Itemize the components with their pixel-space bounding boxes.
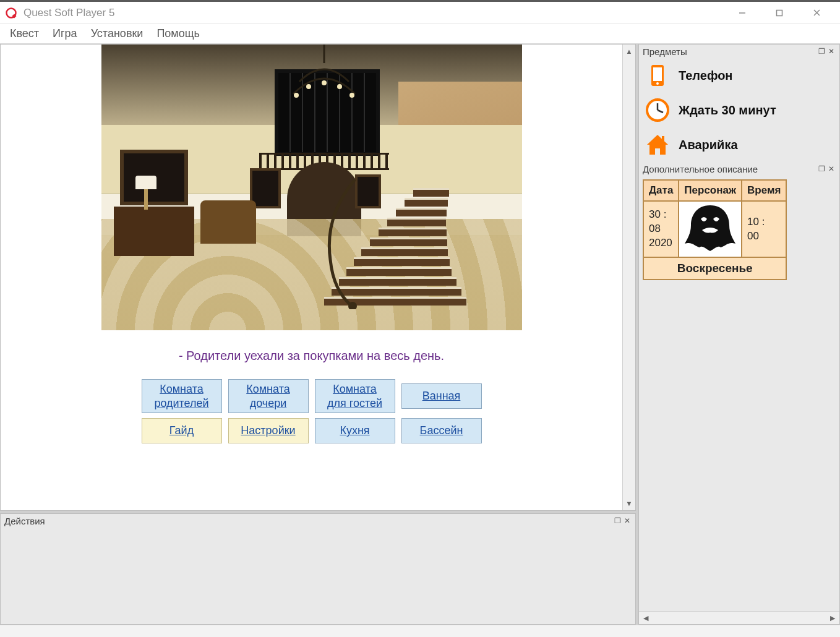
items-pane: Предметы ❐ ✕ Телефон Ждать 30 минут: [639, 45, 839, 162]
nav-pool[interactable]: Бассейн: [401, 418, 482, 443]
svg-point-7: [294, 93, 299, 98]
pane-close-icon[interactable]: ✕: [827, 47, 836, 56]
narration-text: - Родители уехали за покупками на весь д…: [1, 349, 622, 363]
info-table: Дата Персонаж Время 30 : 08 2020: [643, 179, 787, 280]
description-pane-title: Дополнительное описание: [643, 164, 758, 174]
pane-restore-icon[interactable]: ❐: [613, 516, 622, 525]
nav-guest-room[interactable]: Комнатадля гостей: [315, 379, 395, 413]
statusbar: [0, 625, 840, 637]
svg-rect-19: [662, 136, 664, 141]
description-pane: Дополнительное описание ❐ ✕ Дата Персона…: [639, 162, 839, 284]
pane-close-icon[interactable]: ✕: [827, 165, 836, 173]
close-button[interactable]: [798, 2, 835, 24]
item-emergency[interactable]: Аварийка: [639, 127, 839, 162]
minimize-button[interactable]: [724, 2, 761, 24]
info-date: 30 : 08 2020: [643, 201, 679, 257]
menu-settings[interactable]: Установки: [85, 25, 150, 43]
svg-rect-3: [777, 10, 782, 15]
scroll-left-icon[interactable]: ◀: [639, 612, 653, 624]
svg-point-10: [337, 84, 342, 89]
svg-point-11: [349, 93, 354, 98]
pane-close-icon[interactable]: ✕: [623, 516, 632, 525]
scene-image: [101, 45, 522, 330]
menu-help[interactable]: Помощь: [150, 25, 206, 43]
scroll-down-icon[interactable]: ▼: [623, 497, 635, 510]
svg-point-9: [322, 80, 327, 85]
pane-restore-icon[interactable]: ❐: [817, 47, 826, 56]
titlebar[interactable]: Quest Soft Player 5: [0, 2, 840, 24]
nav-parents-room[interactable]: Комнатародителей: [142, 379, 222, 413]
menubar: Квест Игра Установки Помощь: [0, 24, 840, 44]
item-label: Ждать 30 минут: [679, 103, 776, 118]
nav-guide[interactable]: Гайд: [142, 418, 222, 443]
main-scrollbar[interactable]: ▲ ▼: [622, 45, 635, 510]
nav-kitchen[interactable]: Кухня: [315, 418, 395, 443]
svg-point-8: [306, 84, 311, 89]
ghost-icon: [684, 203, 737, 252]
maximize-button[interactable]: [761, 2, 798, 24]
pane-restore-icon[interactable]: ❐: [817, 165, 826, 173]
main-pane: - Родители уехали за покупками на весь д…: [0, 44, 636, 511]
window-title: Quest Soft Player 5: [24, 7, 114, 19]
items-pane-title: Предметы: [643, 46, 687, 57]
item-phone[interactable]: Телефон: [639, 58, 839, 93]
actions-pane: Действия ❐ ✕: [0, 513, 636, 625]
menu-quest[interactable]: Квест: [4, 25, 45, 43]
house-icon: [644, 131, 671, 158]
item-wait[interactable]: Ждать 30 минут: [639, 93, 839, 127]
info-time: 10 : 00: [742, 201, 786, 257]
item-label: Аварийка: [679, 138, 738, 152]
item-label: Телефон: [679, 69, 732, 83]
scroll-right-icon[interactable]: ▶: [826, 612, 839, 624]
right-hscrollbar[interactable]: ◀ ▶: [639, 611, 839, 624]
nav-button-grid: Комнатародителей Комнатадочери Комнатадл…: [1, 374, 622, 448]
svg-point-15: [656, 82, 659, 85]
menu-game[interactable]: Игра: [46, 25, 84, 43]
info-header-time: Время: [742, 180, 786, 201]
nav-daughter-room[interactable]: Комнатадочери: [228, 379, 309, 413]
scroll-up-icon[interactable]: ▲: [623, 45, 635, 58]
app-icon: [5, 7, 17, 19]
info-header-char: Персонаж: [679, 180, 742, 201]
nav-settings[interactable]: Настройки: [228, 418, 309, 443]
phone-icon: [644, 62, 671, 89]
info-day: Воскресенье: [643, 257, 786, 280]
actions-pane-title: Действия: [4, 516, 45, 526]
info-character: [679, 201, 742, 257]
svg-rect-14: [653, 67, 662, 81]
nav-bathroom[interactable]: Ванная: [401, 383, 482, 409]
clock-icon: [644, 96, 671, 124]
info-header-date: Дата: [643, 180, 679, 201]
